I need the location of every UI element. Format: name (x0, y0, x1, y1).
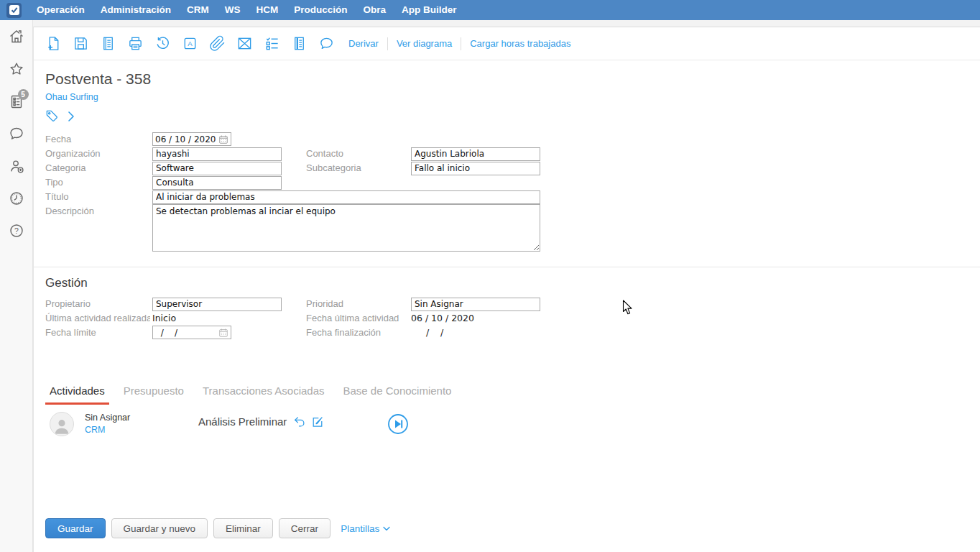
titulo-input[interactable] (152, 190, 540, 204)
activity-row: Sin Asignar CRM Análisis Preliminar (45, 412, 969, 455)
new-record-button[interactable] (44, 34, 63, 53)
toolbar-action-links: Derivar Ver diagrama Cargar horas trabaj… (348, 37, 570, 50)
prioridad-input[interactable] (411, 298, 540, 311)
mail-icon (236, 35, 253, 52)
fecha-finalizacion-label: Fecha finalización (306, 327, 411, 338)
cerrar-button[interactable]: Cerrar (279, 518, 330, 538)
categoria-input[interactable] (152, 162, 282, 175)
tipo-label: Tipo (45, 177, 150, 188)
calendar-icon[interactable] (218, 328, 228, 338)
toolbar-divider (461, 37, 461, 50)
left-sidebar: 5 ? (0, 20, 33, 552)
nav-item-hcm[interactable]: HCM (249, 0, 287, 20)
ver-diagrama-link[interactable]: Ver diagrama (397, 38, 452, 49)
sidebar-tasks-button[interactable]: 5 (0, 85, 33, 117)
expand-chevron-icon[interactable] (68, 111, 75, 122)
attachment-icon (209, 35, 226, 52)
skip-next-icon (387, 413, 409, 435)
tag-row (45, 109, 75, 123)
sidebar-add-user-button[interactable] (0, 150, 33, 182)
font-format-button[interactable]: A (180, 34, 200, 53)
tab-presupuesto[interactable]: Presupuesto (119, 382, 188, 405)
ticket-form-section: Fecha Organización Contacto (45, 132, 969, 254)
cargar-horas-link[interactable]: Cargar horas trabajadas (470, 38, 570, 49)
sidebar-help-button[interactable]: ? (0, 214, 33, 247)
nav-item-ws[interactable]: WS (217, 0, 249, 20)
advance-activity-button[interactable] (387, 413, 409, 435)
comment-button[interactable] (317, 34, 336, 53)
print-button[interactable] (126, 34, 145, 53)
fecha-limite-input[interactable] (155, 328, 218, 338)
organization-link[interactable]: Ohau Surfing (45, 92, 98, 102)
save-record-button[interactable] (71, 34, 91, 53)
activity-task-block: Análisis Preliminar (198, 415, 323, 428)
sidebar-favorites-button[interactable] (0, 52, 33, 85)
record-toolbar: A (34, 27, 980, 60)
eliminar-button[interactable]: Eliminar (213, 518, 273, 538)
copy-record-button[interactable] (98, 34, 118, 53)
save-icon (73, 35, 89, 52)
new-document-icon (45, 35, 62, 52)
main-content-panel: A (33, 27, 980, 552)
organizacion-input[interactable] (152, 147, 282, 161)
history-button[interactable] (153, 34, 172, 53)
categoria-label: Categoria (45, 162, 150, 173)
app-logo-icon[interactable] (6, 3, 22, 18)
nav-item-app-builder[interactable]: App Builder (394, 0, 465, 20)
nav-item-administracion[interactable]: Administración (93, 0, 179, 20)
guardar-y-nuevo-button[interactable]: Guardar y nuevo (111, 518, 208, 538)
plantillas-menu[interactable]: Plantillas (341, 523, 390, 534)
svg-text:?: ? (14, 226, 19, 234)
star-icon (8, 60, 25, 78)
sidebar-home-button[interactable] (0, 20, 33, 52)
calendar-icon[interactable] (218, 134, 228, 144)
section-divider (34, 267, 980, 267)
toolbar-divider (387, 37, 388, 50)
svg-text:A: A (188, 40, 193, 47)
descripcion-textarea[interactable]: Se detectan problemas al inciar el equip… (152, 204, 540, 252)
tab-transacciones-asociadas[interactable]: Transacciones Asociadas (198, 382, 329, 405)
edit-icon[interactable] (312, 416, 323, 428)
attachment-button[interactable] (208, 34, 227, 53)
organizacion-label: Organización (45, 148, 150, 159)
activity-assignee: Sin Asignar (85, 413, 130, 423)
tipo-input[interactable] (152, 176, 282, 190)
guardar-button[interactable]: Guardar (45, 518, 106, 538)
contacto-input[interactable] (411, 147, 540, 161)
undo-icon[interactable] (293, 416, 305, 427)
top-navigation-bar: Operación Administración CRM WS HCM Prod… (0, 0, 980, 20)
fecha-input[interactable] (155, 134, 218, 144)
font-icon: A (182, 35, 198, 52)
nav-item-operacion[interactable]: Operación (29, 0, 93, 20)
activity-team-link[interactable]: CRM (85, 425, 130, 435)
tag-icon[interactable] (45, 109, 59, 123)
help-icon: ? (8, 222, 25, 239)
ultima-actividad-label: Última actividad realizada (45, 313, 150, 323)
sidebar-chat-button[interactable] (0, 117, 33, 150)
nav-item-produccion[interactable]: Producción (286, 0, 355, 20)
ultima-actividad-value: Inicio (152, 311, 176, 323)
nav-item-obra[interactable]: Obra (356, 0, 394, 20)
fecha-ultima-actividad-label: Fecha última actividad (306, 313, 411, 323)
copy-icon (100, 35, 116, 52)
derivar-link[interactable]: Derivar (348, 38, 379, 49)
titulo-label: Título (45, 191, 150, 202)
propietario-input[interactable] (152, 298, 282, 311)
checklist-button[interactable] (262, 34, 282, 53)
fecha-limite-label: Fecha límite (45, 327, 150, 338)
propietario-label: Propietario (45, 298, 150, 309)
history-icon (154, 35, 171, 52)
notes-button[interactable] (290, 34, 309, 53)
sidebar-time-button[interactable] (0, 182, 33, 214)
nav-item-crm[interactable]: CRM (179, 0, 217, 20)
tab-base-de-conocimiento[interactable]: Base de Conocimiento (339, 382, 456, 405)
send-mail-button[interactable] (235, 34, 254, 53)
fecha-limite-field[interactable] (152, 326, 231, 339)
fecha-field[interactable] (152, 132, 231, 146)
tab-actividades[interactable]: Actividades (45, 382, 109, 405)
tasks-badge: 5 (18, 89, 29, 100)
gestion-form-section: Propietario Prioridad Última actividad r… (45, 297, 969, 340)
subcategoria-input[interactable] (411, 162, 540, 175)
prioridad-label: Prioridad (306, 298, 411, 309)
page-title: Postventa - 358 (45, 70, 151, 88)
